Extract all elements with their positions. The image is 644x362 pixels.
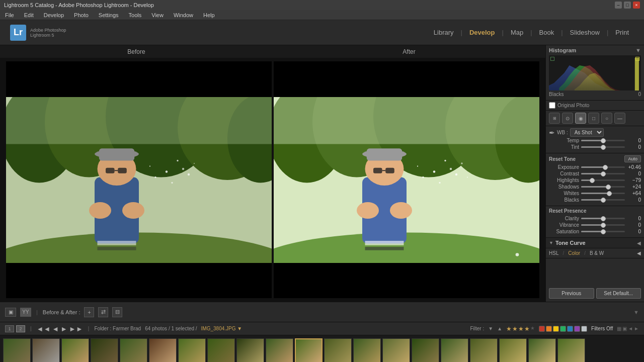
star-5[interactable]: ★	[530, 325, 535, 332]
menu-photo[interactable]: Photo	[72, 12, 91, 18]
color-red[interactable]	[539, 326, 545, 332]
film-thumb-18[interactable]	[499, 338, 527, 363]
tool-heal-icon[interactable]: ◉	[575, 113, 586, 124]
film-thumb-14[interactable]	[382, 338, 410, 363]
blacks-track[interactable]	[581, 199, 625, 201]
nav-develop[interactable]: Develop	[464, 27, 500, 38]
tone-curve-options-icon[interactable]: ◀	[637, 240, 641, 246]
vibrance-track[interactable]	[581, 224, 625, 226]
grid-small-icon[interactable]: ▦	[617, 326, 621, 331]
nav-map[interactable]: Map	[506, 27, 528, 38]
film-thumb-2[interactable]	[32, 338, 60, 363]
toolbar-expand-icon[interactable]: ▼	[633, 309, 639, 315]
shadows-thumb[interactable]	[606, 185, 611, 190]
wb-dropdown[interactable]: As Shot Auto Daylight Cloudy Custom	[570, 128, 604, 137]
filmstrip-scroll-left[interactable]: ◄	[628, 326, 633, 331]
color-tab[interactable]: Color	[568, 250, 580, 256]
film-thumb-20[interactable]	[557, 338, 585, 363]
color-purple[interactable]	[574, 326, 580, 332]
before-after-mode-button[interactable]: ⊟	[112, 307, 122, 317]
temp-slider-thumb[interactable]	[601, 138, 606, 143]
grid-view-button[interactable]: ▣	[5, 308, 16, 317]
temp-slider-track[interactable]	[581, 140, 625, 141]
histogram-dropdown-icon[interactable]: ▼	[635, 47, 641, 53]
clarity-track[interactable]	[581, 218, 625, 219]
tool-adjustment-icon[interactable]: —	[614, 113, 625, 124]
color-gray[interactable]	[581, 326, 587, 332]
color-green[interactable]	[560, 326, 566, 332]
star-rating[interactable]: ★ ★ ★ ★ ★	[506, 325, 535, 332]
filter-flag-up[interactable]: ▲	[497, 326, 502, 331]
film-thumb-11[interactable]	[295, 338, 323, 363]
film-thumb-10[interactable]	[266, 338, 293, 363]
set-default-button[interactable]: Set Default...	[596, 288, 641, 299]
before-photo-panel[interactable]	[6, 61, 272, 298]
yy-view-button[interactable]: YY	[20, 308, 31, 317]
tool-gradient-icon[interactable]: ○	[601, 113, 612, 124]
star-4[interactable]: ★	[524, 325, 530, 332]
film-thumb-8[interactable]	[207, 338, 235, 363]
nav-slideshow[interactable]: Slideshow	[565, 27, 605, 38]
whites-thumb[interactable]	[607, 191, 612, 196]
previous-button[interactable]: Previous	[549, 288, 594, 299]
wb-eyedropper-icon[interactable]: ✒	[549, 129, 555, 137]
vibrance-thumb[interactable]	[601, 223, 606, 228]
film-thumb-17[interactable]	[470, 338, 498, 363]
prev-prev-arrow[interactable]: ◄◄	[37, 325, 51, 333]
hist-corner-left[interactable]	[550, 57, 554, 61]
nav-book[interactable]: Book	[534, 27, 559, 38]
star-2[interactable]: ★	[512, 325, 518, 332]
tool-crop-icon[interactable]: ⊙	[562, 113, 573, 124]
nav-library[interactable]: Library	[429, 27, 459, 38]
menu-file[interactable]: File	[3, 12, 16, 18]
highlights-thumb[interactable]	[590, 178, 595, 183]
menu-settings[interactable]: Settings	[97, 12, 121, 18]
contrast-track[interactable]	[581, 173, 625, 174]
color-blue[interactable]	[567, 326, 573, 332]
filename[interactable]: IMG_3804.JPG ▼	[201, 326, 243, 331]
menu-edit[interactable]: Edit	[22, 12, 36, 18]
next-arrow[interactable]: ►	[60, 325, 67, 333]
star-3[interactable]: ★	[518, 325, 524, 332]
film-thumb-6[interactable]	[149, 338, 177, 363]
filmstrip-scroll-right[interactable]: ►	[634, 326, 639, 331]
contrast-thumb[interactable]	[601, 171, 606, 176]
film-thumb-1[interactable]	[3, 338, 31, 363]
film-thumb-19[interactable]	[528, 338, 556, 363]
maximize-button[interactable]: □	[624, 2, 631, 9]
film-thumb-12[interactable]	[324, 338, 352, 363]
bw-tab[interactable]: B & W	[590, 250, 604, 256]
menu-view[interactable]: View	[149, 12, 166, 18]
minimize-button[interactable]: –	[615, 2, 622, 9]
next-next-arrow[interactable]: ►►	[69, 325, 83, 333]
film-thumb-3[interactable]	[61, 338, 89, 363]
film-thumb-15[interactable]	[412, 338, 439, 363]
hist-corner-right[interactable]	[635, 57, 639, 61]
film-thumb-5[interactable]	[120, 338, 147, 363]
hsl-options-icon[interactable]: ◀	[637, 250, 641, 256]
close-button[interactable]: ×	[633, 2, 640, 9]
hsl-tab[interactable]: HSL	[549, 250, 558, 256]
star-1[interactable]: ★	[506, 325, 512, 332]
saturation-track[interactable]	[581, 231, 625, 232]
before-after-swap-button[interactable]: ⇄	[98, 307, 108, 317]
before-after-add-button[interactable]: +	[84, 307, 94, 317]
film-thumb-13[interactable]	[353, 338, 381, 363]
tint-slider-track[interactable]	[581, 146, 625, 148]
blacks-thumb[interactable]	[601, 198, 606, 203]
clarity-thumb[interactable]	[601, 216, 606, 221]
whites-track[interactable]	[581, 193, 625, 194]
status-grid-2[interactable]: 2	[16, 325, 25, 332]
shadows-track[interactable]	[581, 186, 625, 188]
menu-develop[interactable]: Develop	[42, 12, 66, 18]
after-photo-panel[interactable]	[274, 61, 539, 298]
saturation-thumb[interactable]	[601, 229, 606, 234]
film-thumb-16[interactable]	[441, 338, 468, 363]
nav-print[interactable]: Print	[610, 27, 634, 38]
status-grid-1[interactable]: 1	[5, 325, 14, 332]
film-thumb-9[interactable]	[236, 338, 264, 363]
tool-basic-icon[interactable]: ⊞	[549, 113, 560, 124]
prev-arrow[interactable]: ◄	[52, 325, 59, 333]
filter-flag-down[interactable]: ▼	[488, 326, 493, 331]
color-orange[interactable]	[546, 326, 552, 332]
